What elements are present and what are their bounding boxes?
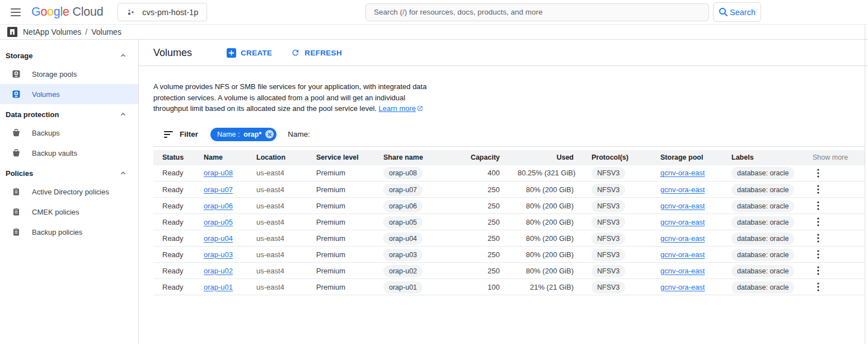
table-row: Ready orap-u08 us-east4 Premium orap-u08… <box>153 165 865 182</box>
sidebar-item-label: Backup policies <box>32 228 82 236</box>
filter-chip-field: Name : <box>217 131 240 138</box>
used-cell: 80.25% (321 GiB) <box>509 165 583 182</box>
refresh-button[interactable]: REFRESH <box>291 48 342 57</box>
volume-name-link[interactable]: orap-u07 <box>204 185 233 194</box>
volume-name-link[interactable]: orap-u08 <box>204 169 233 177</box>
create-button[interactable]: CREATE <box>227 48 272 58</box>
table-header-row: Status Name Location Service level Share… <box>153 150 865 165</box>
filter-chip[interactable]: Name : orap* <box>210 128 276 141</box>
sidebar-section-data-protection[interactable]: Data protection <box>0 106 138 123</box>
sidebar-item-backup-vaults[interactable]: Backup vaults <box>0 143 138 163</box>
volumes-table: Status Name Location Service level Share… <box>153 150 865 296</box>
table-row: Ready orap-u07 us-east4 Premium orap-u07… <box>153 182 865 198</box>
main-content: Volumes CREATE REFRESH A volume provides… <box>139 40 868 344</box>
storage-pool-link[interactable]: gcnv-ora-east <box>660 283 705 291</box>
refresh-icon <box>291 48 300 57</box>
policy-clipboard-icon <box>12 227 21 236</box>
storage-pool-link[interactable]: gcnv-ora-east <box>660 185 705 194</box>
filter-chip-value: orap* <box>243 131 261 138</box>
sidebar-item-cmek-policies[interactable]: CMEK policies <box>0 202 138 222</box>
sidebar-item-volumes[interactable]: Volumes <box>0 84 138 104</box>
status-cell: Ready <box>153 214 195 230</box>
storage-pool-link[interactable]: gcnv-ora-east <box>660 234 705 243</box>
main-menu-button[interactable] <box>6 2 26 22</box>
sidebar-item-backup-policies[interactable]: Backup policies <box>0 222 138 242</box>
section-label: Storage <box>6 52 32 60</box>
volume-name-link[interactable]: orap-u06 <box>204 202 233 210</box>
table-row: Ready orap-u02 us-east4 Premium orap-u02… <box>153 263 865 279</box>
filter-label[interactable]: Filter <box>180 130 198 138</box>
used-cell: 80% (200 GiB) <box>509 198 583 214</box>
google-logo-letters: Google <box>31 5 69 19</box>
capacity-cell: 250 <box>442 263 509 279</box>
service-level-cell: Premium <box>307 182 374 198</box>
close-icon <box>268 132 272 137</box>
google-cloud-logo[interactable]: Google Cloud <box>31 5 103 19</box>
row-actions-button[interactable] <box>813 233 824 244</box>
breadcrumb-app[interactable]: NetApp Volumes <box>23 27 81 36</box>
row-actions-button[interactable] <box>813 184 824 195</box>
row-actions-button[interactable] <box>813 200 824 211</box>
storage-pool-link[interactable]: gcnv-ora-east <box>660 267 705 275</box>
filter-icon <box>164 131 173 138</box>
top-app-bar: Google Cloud cvs-pm-host-1p Search <box>0 0 868 25</box>
page-header: Volumes CREATE REFRESH <box>139 40 868 66</box>
sidebar-item-storage-pools[interactable]: Storage pools <box>0 64 138 84</box>
search-button[interactable]: Search <box>713 2 761 22</box>
column-header-capacity: Capacity <box>442 150 509 165</box>
row-actions-button[interactable] <box>813 281 824 292</box>
column-header-service-level: Service level <box>307 150 374 165</box>
protocol-chip: NFSV3 <box>592 233 625 245</box>
search-input[interactable] <box>365 3 709 21</box>
sidebar-item-label: Active Directory policies <box>32 188 109 196</box>
more-vert-icon <box>817 185 819 194</box>
column-header-status: Status <box>153 150 195 165</box>
column-header-show-more[interactable]: Show more <box>804 150 865 165</box>
volume-name-link[interactable]: orap-u02 <box>204 267 233 275</box>
service-level-cell: Premium <box>307 263 374 279</box>
filter-name-label: Name: <box>288 130 310 138</box>
sidebar: Storage Storage pools Volumes Data prote… <box>0 40 139 344</box>
sidebar-section-storage[interactable]: Storage <box>0 47 138 64</box>
filter-chip-close-button[interactable] <box>265 130 274 138</box>
row-actions-button[interactable] <box>813 265 824 276</box>
table-row: Ready orap-u04 us-east4 Premium orap-u04… <box>153 230 865 247</box>
location-cell: us-east4 <box>247 182 307 198</box>
storage-pool-link[interactable]: gcnv-ora-east <box>660 250 705 259</box>
row-actions-button[interactable] <box>813 168 824 179</box>
breadcrumb-separator: / <box>85 27 87 36</box>
project-selector[interactable]: cvs-pm-host-1p <box>118 3 207 21</box>
volume-name-link[interactable]: orap-u01 <box>204 283 233 291</box>
volume-name-link[interactable]: orap-u04 <box>204 234 233 243</box>
more-vert-icon <box>817 217 819 226</box>
labels-chip: database: oracle <box>731 200 794 212</box>
learn-more-link[interactable]: Learn more <box>379 104 416 113</box>
used-cell: 80% (200 GiB) <box>509 263 583 279</box>
column-header-storage-pool: Storage pool <box>651 150 722 165</box>
column-header-name: Name <box>195 150 247 165</box>
service-level-cell: Premium <box>307 279 374 295</box>
filter-bar: Filter Name : orap* Name: <box>153 128 865 147</box>
sidebar-section-policies[interactable]: Policies <box>0 165 138 182</box>
capacity-cell: 250 <box>442 247 509 263</box>
row-actions-button[interactable] <box>813 249 824 260</box>
status-cell: Ready <box>153 182 195 198</box>
storage-pool-link[interactable]: gcnv-ora-east <box>660 169 705 177</box>
storage-pool-link[interactable]: gcnv-ora-east <box>660 218 705 226</box>
capacity-cell: 250 <box>442 230 509 247</box>
volume-name-link[interactable]: orap-u05 <box>204 218 233 226</box>
sidebar-item-backups[interactable]: Backups <box>0 123 138 143</box>
status-cell: Ready <box>153 247 195 263</box>
share-name-chip: orap-u06 <box>383 200 423 212</box>
breadcrumb-page: Volumes <box>91 27 121 36</box>
search-icon <box>719 7 728 17</box>
capacity-cell: 400 <box>442 165 509 182</box>
row-actions-button[interactable] <box>813 216 824 227</box>
sidebar-item-active-directory-policies[interactable]: Active Directory policies <box>0 182 138 202</box>
volume-name-link[interactable]: orap-u03 <box>204 250 233 259</box>
storage-pool-link[interactable]: gcnv-ora-east <box>660 202 705 210</box>
status-cell: Ready <box>153 198 195 214</box>
search-area: Search <box>365 2 761 22</box>
location-cell: us-east4 <box>247 279 307 295</box>
capacity-cell: 250 <box>442 182 509 198</box>
